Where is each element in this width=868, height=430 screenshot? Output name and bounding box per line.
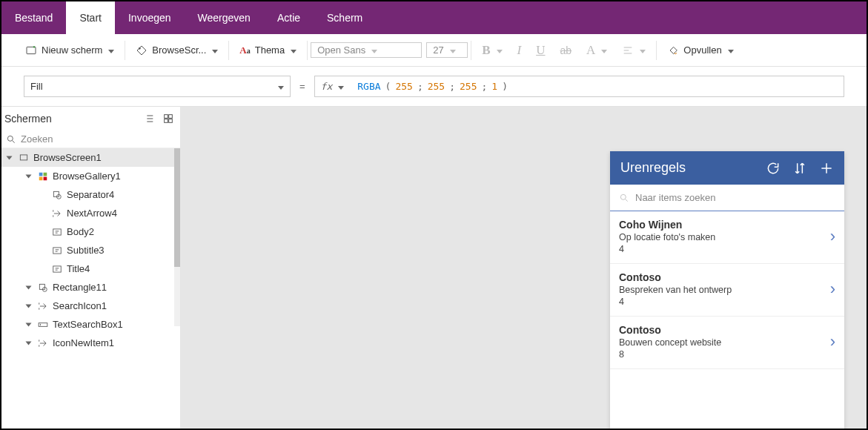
scrollbar-thumb[interactable] xyxy=(174,148,180,267)
tree-item[interactable]: Subtitle3 xyxy=(1,241,180,259)
underline-button[interactable]: U xyxy=(529,40,552,61)
tree-label: Separator4 xyxy=(67,189,114,200)
grid-view-icon[interactable] xyxy=(162,113,174,125)
svg-rect-2 xyxy=(165,115,168,119)
tab-actie[interactable]: Actie xyxy=(264,1,314,34)
app-tabbar: Bestand Start Invoegen Weergeven Actie S… xyxy=(1,1,867,34)
tab-start[interactable]: Start xyxy=(66,1,115,34)
tree-item[interactable]: TextSearchBox1 xyxy=(1,315,180,334)
fontsize-select[interactable]: 27 xyxy=(426,42,468,58)
caret-icon xyxy=(26,174,32,178)
fill-button[interactable]: Opvullen xyxy=(660,42,741,59)
chevron-down-icon xyxy=(638,44,646,56)
item-title: Coho Wijnen xyxy=(619,219,715,231)
tree-icon xyxy=(38,301,48,311)
equals-sign: = xyxy=(299,81,305,92)
preview-search[interactable]: Naar items zoeken xyxy=(610,185,844,211)
refresh-icon[interactable] xyxy=(766,161,781,176)
list-view-icon[interactable] xyxy=(143,113,155,125)
svg-rect-5 xyxy=(169,119,173,123)
tab-bestand[interactable]: Bestand xyxy=(1,1,66,34)
align-button[interactable] xyxy=(614,42,653,59)
list-item[interactable]: ContosoBouwen concept website8› xyxy=(610,317,844,369)
svg-rect-17 xyxy=(39,284,44,289)
sidebar-search[interactable]: Zoeken xyxy=(1,130,180,148)
font-color-button[interactable]: A xyxy=(579,40,614,61)
item-title: Contoso xyxy=(619,324,721,336)
tree-item[interactable]: NextArrow4 xyxy=(1,204,180,222)
browse-screen-label: BrowseScr... xyxy=(152,44,206,56)
sort-icon[interactable] xyxy=(792,161,807,176)
item-subtitle: Bouwen concept website xyxy=(619,337,721,348)
formula-bar[interactable]: fx RGBA(255;255;255;1) xyxy=(314,76,844,97)
tab-weergeven[interactable]: Weergeven xyxy=(185,1,264,34)
item-title: Contoso xyxy=(619,271,732,283)
item-body: 4 xyxy=(619,244,715,254)
caret-icon xyxy=(26,341,32,345)
svg-rect-11 xyxy=(44,176,47,180)
sidebar-scrollbar[interactable] xyxy=(174,148,180,326)
tree-item[interactable]: Body2 xyxy=(1,222,180,241)
chevron-down-icon xyxy=(448,44,456,56)
item-subtitle: Op locatie foto's maken xyxy=(619,232,715,242)
tree-item[interactable]: SearchIcon1 xyxy=(1,297,180,315)
search-icon xyxy=(619,193,629,203)
add-icon[interactable] xyxy=(819,161,834,176)
chevron-down-icon xyxy=(370,44,377,56)
tree-label: Subtitle3 xyxy=(67,245,105,256)
tree-item[interactable]: BrowseGallery1 xyxy=(1,167,180,185)
italic-button[interactable]: I xyxy=(510,40,529,61)
new-screen-button[interactable]: Nieuw scherm xyxy=(18,42,122,59)
list-item[interactable]: ContosoBespreken van het ontwerp4› xyxy=(610,264,844,317)
chevron-down-icon xyxy=(600,44,607,56)
tab-invoegen[interactable]: Invoegen xyxy=(115,1,185,34)
property-select[interactable]: Fill xyxy=(24,76,291,97)
tag-icon xyxy=(136,44,148,56)
caret-icon xyxy=(26,285,32,289)
tree-icon xyxy=(38,320,48,330)
ribbon: Nieuw scherm BrowseScr... Aa Thema Open … xyxy=(1,34,867,67)
item-body: 4 xyxy=(619,297,732,307)
svg-rect-12 xyxy=(53,191,59,196)
svg-rect-4 xyxy=(165,119,168,123)
tree-icon xyxy=(52,227,62,237)
tree-icon xyxy=(19,153,29,163)
item-subtitle: Bespreken van het ontwerp xyxy=(619,285,732,295)
caret-icon xyxy=(26,304,32,308)
svg-rect-10 xyxy=(39,176,43,180)
svg-rect-0 xyxy=(27,47,36,53)
search-placeholder: Zoeken xyxy=(21,133,53,145)
chevron-down-icon xyxy=(211,44,218,56)
tree-item[interactable]: IconNewItem1 xyxy=(1,334,180,352)
tree-icon xyxy=(52,190,62,200)
svg-point-1 xyxy=(139,47,141,49)
font-select[interactable]: Open Sans xyxy=(311,42,422,58)
theme-button[interactable]: Aa Thema xyxy=(232,42,304,59)
tab-scherm[interactable]: Scherm xyxy=(314,1,376,34)
tree-icon xyxy=(52,208,62,219)
canvas-area[interactable]: Urenregels Naar items zoeken Coho Wijnen… xyxy=(181,107,867,430)
list-item[interactable]: Coho WijnenOp locatie foto's maken4› xyxy=(610,211,844,264)
fill-icon xyxy=(667,44,679,56)
chevron-right-icon: › xyxy=(830,280,835,299)
svg-point-20 xyxy=(620,194,626,199)
font-value: Open Sans xyxy=(317,44,365,56)
tree-item[interactable]: Separator4 xyxy=(1,185,180,204)
tree-item[interactable]: Title4 xyxy=(1,259,180,278)
tree-icon xyxy=(38,282,48,293)
caret-icon xyxy=(7,156,13,159)
svg-point-6 xyxy=(7,136,13,141)
tree-icon xyxy=(52,245,62,256)
browse-screen-button[interactable]: BrowseScr... xyxy=(128,42,225,59)
preview-title: Urenregels xyxy=(620,160,686,176)
strike-button[interactable]: ab xyxy=(552,42,579,59)
app-preview: Urenregels Naar items zoeken Coho Wijnen… xyxy=(610,151,844,430)
align-icon xyxy=(622,44,634,56)
tree-item[interactable]: Rectangle11 xyxy=(1,278,180,297)
tree-item[interactable]: BrowseScreen1 xyxy=(1,148,180,167)
tree-label: Rectangle11 xyxy=(53,282,107,293)
tree-icon xyxy=(38,171,48,182)
tree-icon xyxy=(52,264,62,274)
bold-button[interactable]: B xyxy=(474,40,509,61)
tree-label: Title4 xyxy=(67,263,90,274)
